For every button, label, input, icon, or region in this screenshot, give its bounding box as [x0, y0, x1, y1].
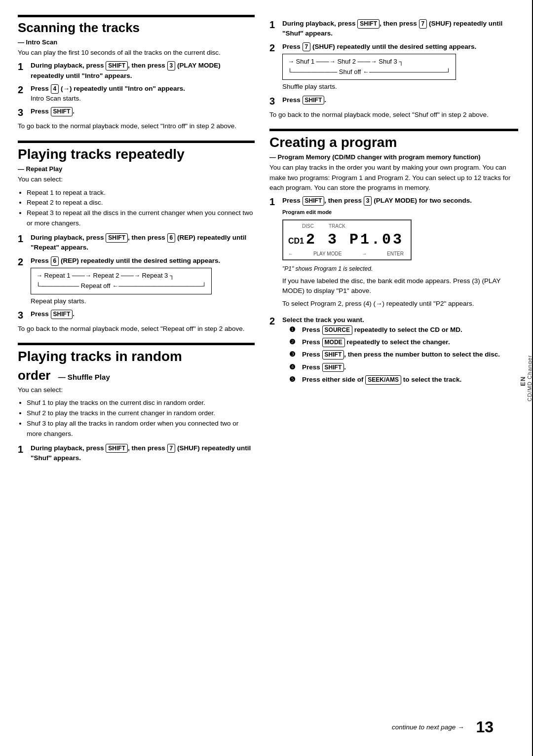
arrow-right: →	[362, 250, 367, 257]
enter-label: ENTER	[387, 250, 404, 257]
two-columns: Scanning the tracks — Intro Scan You can…	[18, 15, 518, 711]
shuffle-title2: order — Shuffle Play	[18, 368, 255, 383]
repeat-flow-diagram: → Repeat 1 ——→ Repeat 2 ——→ Repeat 3 ┐ └…	[31, 268, 212, 294]
display-numbers: CD1 2 3 P1.03	[288, 229, 404, 251]
program-substep1-num: ❶	[289, 325, 300, 335]
program-substep4-num: ❹	[289, 362, 300, 372]
source-key: SOURCE	[322, 325, 352, 335]
program-substep3: ❸ Press SHIFT, then press the number but…	[289, 350, 518, 360]
shuffle-step1-num: 1	[18, 443, 29, 455]
shift-key-s3: SHIFT	[303, 96, 325, 105]
scanning-step2-content: Press 4 (→) repeatedly until "Intro on" …	[31, 84, 255, 104]
sidebar: EN CD/MD Changer	[519, 0, 533, 756]
program-step1: 1 Press SHIFT, then press 3 (PLAY MODE) …	[269, 196, 518, 312]
repeat-step3-num: 3	[18, 309, 29, 321]
key3: 3	[167, 61, 176, 71]
scanning-body: You can play the first 10 seconds of all…	[18, 48, 255, 58]
shuffle-body-intro: You can select:	[18, 385, 255, 395]
key6-r2: 6	[51, 256, 59, 266]
program-edit-label: Program edit mode	[282, 208, 518, 216]
program-substep1: ❶ Press SOURCE repeatedly to select the …	[289, 325, 518, 335]
repeat-bullets: Repeat 1 to repeat a track. Repeat 2 to …	[27, 188, 255, 229]
repeat-bullet-2: Repeat 2 to repeat a disc.	[27, 198, 255, 208]
shuffle-bullet-2: Shuf 2 to play the tracks in the current…	[27, 408, 255, 419]
repeat-bullet-3: Repeat 3 to repeat all the discs in the …	[27, 208, 255, 229]
display-inner: DISC TRACK CD1 2 3 P1.03 ←	[288, 222, 404, 257]
shuffle-step3-bold: Press SHIFT.	[282, 96, 326, 104]
program-step1-bold: Press SHIFT, then press 3 (PLAY MODE) fo…	[282, 197, 472, 204]
key7-s2: 7	[303, 42, 311, 52]
shuffle-step3-content: Press SHIFT.	[282, 95, 518, 105]
seekams-key: SEEK/AMS	[365, 375, 401, 385]
repeat-subtitle-em: — Repeat Play	[18, 165, 62, 173]
repeat-step1-content: During playback, press SHIFT, then press…	[31, 233, 255, 253]
program-step1-content: Press SHIFT, then press 3 (PLAY MODE) fo…	[282, 196, 518, 312]
scanning-step1: 1 During playback, press SHIFT, then pre…	[18, 61, 255, 81]
program-substep4: ❹ Press SHIFT.	[289, 362, 518, 372]
scanning-step1-bold: During playback, press SHIFT, then press…	[31, 62, 221, 79]
page-number: 13	[476, 718, 494, 736]
left-column: Scanning the tracks — Intro Scan You can…	[18, 15, 255, 711]
shuffle-step1: 1 During playback, press SHIFT, then pre…	[18, 443, 255, 464]
scanning-step2: 2 Press 4 (→) repeatedly until "Intro on…	[18, 84, 255, 104]
repeat-step2-num: 2	[18, 256, 29, 268]
scanning-subtitle: — Intro Scan	[18, 38, 255, 46]
program-substep2-content: Press MODE repeatedly to select the chan…	[302, 337, 450, 347]
shuffle-step2-sub: Shuffle play starts.	[282, 83, 337, 90]
shuffle-bullet-3: Shuf 3 to play all the tracks in random …	[27, 419, 255, 439]
repeat-subtitle: — Repeat Play	[18, 165, 255, 173]
scanning-subtitle-em: — Intro Scan	[18, 38, 57, 46]
scanning-step3-bold: Press SHIFT.	[31, 108, 75, 115]
shuffle-footer: To go back to the normal playback mode, …	[269, 110, 518, 120]
key3-p1: 3	[364, 196, 372, 206]
program-display: DISC TRACK CD1 2 3 P1.03 ←	[282, 219, 412, 260]
scanning-step3-content: Press SHIFT.	[31, 107, 255, 116]
program-substep1-content: Press SOURCE repeatedly to select the CD…	[302, 325, 462, 335]
repeat-step2-content: Press 6 (REP) repeatedly until the desir…	[31, 256, 255, 306]
program-step2-content: Select the track you want. ❶ Press SOURC…	[282, 315, 518, 388]
program-step2-num: 2	[269, 315, 280, 327]
shuffle-title: Playing tracks in random	[18, 343, 255, 365]
program-substep3-content: Press SHIFT, then press the number butto…	[302, 350, 500, 360]
key6-r1: 6	[167, 233, 176, 243]
shift-key-ps4: SHIFT	[322, 363, 344, 372]
program-substep4-content: Press SHIFT.	[302, 362, 346, 372]
shift-key-s1: SHIFT	[106, 444, 128, 453]
display-nums: 2 3 P1.03	[306, 229, 404, 251]
program-substep5: ❺ Press either side of SEEK/AMS to selec…	[289, 375, 518, 385]
shuffle-step2-bold: Press 7 (SHUF) repeatedly until the desi…	[282, 43, 476, 50]
scanning-step3: 3 Press SHIFT.	[18, 107, 255, 118]
shuffle-title-text: Playing tracks in random	[18, 349, 182, 364]
program-substep2: ❷ Press MODE repeatedly to select the ch…	[289, 337, 518, 347]
program-body: You can play tracks in the order you wan…	[269, 163, 518, 193]
shift-key-p1: SHIFT	[303, 196, 325, 206]
scanning-footer: To go back to the normal playback mode, …	[18, 121, 255, 131]
shuffle-right-section: 1 During playback, press SHIFT, then pre…	[269, 15, 518, 120]
repeat-step2-sub: Repeat play starts.	[31, 297, 86, 305]
shuffle-section: Playing tracks in random order — Shuffle…	[18, 343, 255, 463]
program-substep5-content: Press either side of SEEK/AMS to select …	[302, 375, 461, 385]
program-subtitle: — Program Memory (CD/MD changer with pro…	[269, 153, 518, 161]
shuffle-step2-num: 2	[269, 42, 280, 54]
right-column: 1 During playback, press SHIFT, then pre…	[269, 15, 518, 711]
repeat-step2: 2 Press 6 (REP) repeatedly until the des…	[18, 256, 255, 306]
sidebar-en: EN	[519, 376, 527, 386]
shuffle-step2-content: Press 7 (SHUF) repeatedly until the desi…	[282, 42, 518, 92]
program-substep3-num: ❸	[289, 350, 300, 360]
shift-key-r3: SHIFT	[51, 310, 73, 319]
program-substep2-num: ❷	[289, 337, 300, 347]
main-content: Scanning the tracks — Intro Scan You can…	[0, 0, 533, 756]
scanning-step2-num: 2	[18, 84, 29, 96]
program-step1-num: 1	[269, 196, 280, 208]
program-title: Creating a program	[269, 129, 518, 151]
repeat-title: Playing tracks repeatedly	[18, 141, 255, 163]
ps2-bold: Press MODE repeatedly to select the chan…	[302, 338, 450, 346]
repeat-step1-bold: During playback, press SHIFT, then press…	[31, 234, 246, 251]
ps5-bold: Press either side of SEEK/AMS to select …	[302, 376, 461, 383]
scanning-step1-num: 1	[18, 61, 29, 72]
repeat-step3-content: Press SHIFT.	[31, 309, 255, 319]
repeat-footer: To go back to the normal playback mode, …	[18, 324, 255, 334]
repeat-step1-num: 1	[18, 233, 29, 245]
shift-key-ps3: SHIFT	[322, 350, 344, 360]
page-footer: continue to next page → 13	[18, 711, 518, 741]
